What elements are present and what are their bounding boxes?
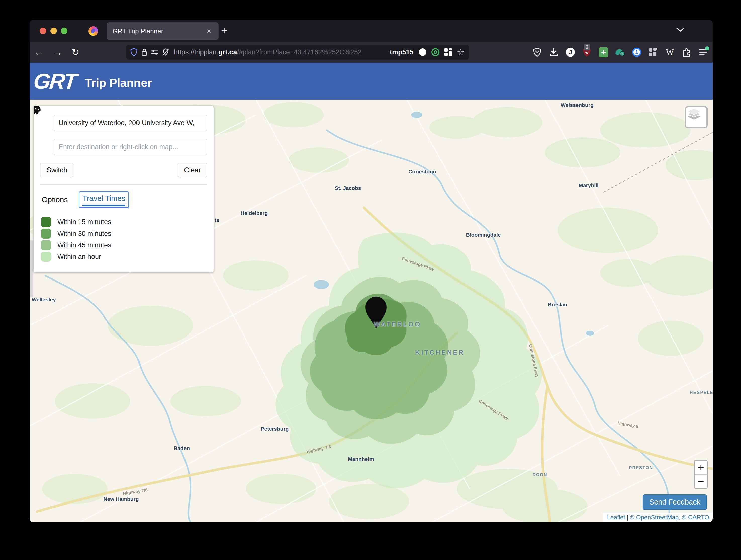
zoom-out-button[interactable]: − — [695, 474, 707, 488]
window-controls[interactable] — [40, 28, 67, 34]
undo-icon — [34, 106, 41, 113]
tab-strip: GRT Trip Planner × + — [30, 20, 713, 42]
scrollbar-sliver[interactable] — [30, 240, 33, 297]
tab-close-icon[interactable]: × — [205, 27, 213, 35]
screenshot-canvas: GRT Trip Planner × + ← → ↻ — [0, 0, 741, 560]
clear-button[interactable]: Clear — [178, 163, 207, 177]
switch-button[interactable]: Switch — [40, 163, 73, 177]
legend-label: Within 45 minutes — [57, 241, 111, 249]
lock-icon[interactable] — [141, 48, 147, 56]
bookmark-star-icon[interactable]: ☆ — [457, 47, 465, 57]
tab-title: GRT Trip Planner — [113, 27, 205, 35]
reload-button[interactable]: ↻ — [67, 48, 84, 57]
tab-options[interactable]: Options — [42, 195, 68, 204]
green-plus-icon[interactable]: + — [599, 47, 609, 57]
page-title: Trip Planner — [85, 76, 152, 90]
legend-label: Within 15 minutes — [57, 218, 111, 226]
carto-link[interactable]: © CARTO — [682, 514, 709, 521]
svg-text:+: + — [655, 48, 658, 51]
firefox-icon — [88, 26, 98, 36]
destination-input[interactable] — [54, 139, 207, 155]
zoom-control: + − — [694, 460, 708, 489]
onepassword-icon[interactable]: 1 — [632, 47, 642, 57]
container-dot-icon — [419, 49, 426, 56]
url-text: https://tripplan.grt.ca/#plan?fromPlace=… — [174, 49, 387, 56]
extension-badge: 2 — [584, 44, 590, 51]
forward-button[interactable]: → — [48, 48, 67, 57]
legend-label: Within 30 minutes — [57, 230, 111, 238]
zoom-in-button[interactable]: + — [695, 461, 707, 474]
svg-text:+: + — [621, 52, 623, 56]
map-attribution: Leaflet | © OpenStreetMap, © CARTO — [603, 513, 713, 522]
blocked-permission-icon[interactable] — [162, 48, 170, 56]
grt-logo: GRT — [32, 69, 77, 94]
legend-item: Within 15 minutes — [41, 217, 206, 227]
menu-icon[interactable] — [698, 47, 708, 57]
back-button[interactable]: ← — [30, 48, 48, 57]
legend-label: Within an hour — [57, 253, 101, 261]
legend-swatch — [41, 229, 51, 239]
extensions-puzzle-icon[interactable] — [681, 47, 691, 57]
chevron-down-icon[interactable] — [676, 27, 685, 32]
leaflet-link[interactable]: Leaflet — [607, 514, 625, 521]
container-tab-label: tmp515 — [390, 49, 414, 56]
map[interactable]: WeissenburgConestogoSt. JacobsMaryhillHe… — [30, 100, 713, 522]
extension-j-icon[interactable]: J — [565, 47, 576, 57]
legend-swatch — [41, 217, 51, 227]
minimize-window-button[interactable] — [50, 28, 57, 34]
browser-window: GRT Trip Planner × + ← → ↻ — [30, 20, 713, 522]
travel-times-legend: Within 15 minutesWithin 30 minutesWithin… — [40, 211, 207, 265]
legend-item: Within 30 minutes — [41, 229, 206, 239]
new-tab-button[interactable]: + — [221, 25, 227, 36]
wikipedia-icon[interactable]: W — [665, 47, 675, 57]
send-feedback-button[interactable]: Send Feedback — [643, 494, 707, 510]
cloud-plus-icon[interactable]: + — [615, 47, 625, 57]
download-icon[interactable] — [549, 47, 559, 57]
grid-icon[interactable] — [445, 49, 452, 56]
permissions-sliders-icon[interactable] — [151, 49, 158, 56]
menu-notification-dot — [705, 47, 709, 51]
target-rings-icon[interactable] — [431, 48, 440, 56]
pocket-icon[interactable] — [532, 47, 542, 57]
grid-plus-icon[interactable]: + — [648, 47, 658, 57]
url-bar[interactable]: https://tripplan.grt.ca/#plan?fromPlace=… — [126, 45, 469, 60]
osm-link[interactable]: © OpenStreetMap, — [630, 514, 680, 521]
browser-toolbar: ← → ↻ — [30, 42, 713, 63]
app-header: GRT Trip Planner — [30, 63, 713, 100]
origin-input[interactable] — [54, 114, 207, 131]
maximize-window-button[interactable] — [61, 28, 67, 34]
tab-travel-times[interactable]: Travel Times — [79, 191, 129, 208]
layers-control[interactable] — [685, 106, 708, 128]
shield-w-icon[interactable]: w 2 — [582, 47, 592, 57]
browser-tab[interactable]: GRT Trip Planner × — [107, 22, 219, 40]
close-window-button[interactable] — [40, 28, 46, 34]
legend-item: Within an hour — [41, 252, 206, 262]
legend-item: Within 45 minutes — [41, 240, 206, 250]
legend-swatch — [41, 252, 51, 262]
layers-icon — [686, 107, 702, 122]
tracking-shield-icon[interactable] — [130, 48, 138, 57]
trip-planner-panel: Switch Clear Options Travel Times W — [33, 106, 214, 272]
extension-icons: J w 2 + + 1 + W — [532, 44, 708, 61]
svg-text:w: w — [585, 51, 589, 55]
legend-swatch — [41, 240, 51, 250]
